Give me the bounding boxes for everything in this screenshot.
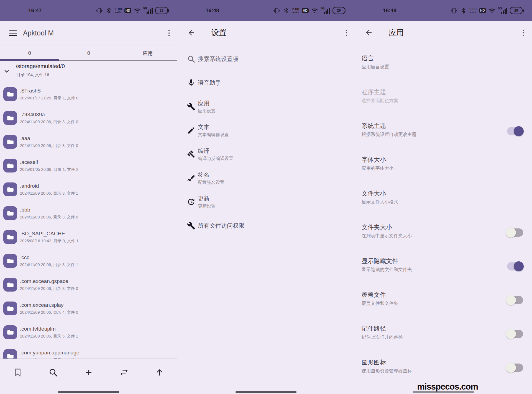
- settings-item[interactable]: 语音助手: [177, 71, 355, 95]
- file-row[interactable]: .ccc2024/11/09 20:06, 目录 3, 文件 1: [0, 249, 177, 273]
- screenshot-canvas: 16:471.00KB/SHD5G29 Apktool M 0 0 应用 /st…: [0, 0, 532, 394]
- file-name: .com.excean.gspace: [20, 278, 78, 285]
- file-meta: 2024/11/09 20:06, 目录 3, 文件 0: [20, 143, 78, 148]
- tab-apps[interactable]: 应用: [118, 45, 177, 61]
- file-row[interactable]: .aaa2024/11/09 20:06, 目录 3, 文件 0: [0, 130, 177, 154]
- app-settings-subtitle: 应用的字体大小: [362, 166, 394, 171]
- file-meta: 2024/11/09 20:06, 目录 3, 文件 0: [20, 286, 78, 291]
- app-settings-item[interactable]: 覆盖文件覆盖文件和文件夹: [355, 284, 532, 317]
- settings-item-subtitle: 更新设置: [198, 204, 216, 209]
- search-icon: [187, 55, 195, 63]
- wrench-icon: [187, 222, 195, 230]
- app-settings-subtitle: 显示隐藏的文件和文件夹: [362, 267, 412, 272]
- menu-icon[interactable]: [9, 30, 17, 36]
- settings-item[interactable]: 编译编译与反编译设置: [177, 142, 355, 166]
- settings-item[interactable]: 更新更新设置: [177, 190, 355, 214]
- vibrate-icon: [273, 7, 280, 14]
- file-row[interactable]: .com.excean.splay2024/11/09 20:06, 目录 4,…: [0, 297, 177, 320]
- app-settings-item[interactable]: 记住路径记住上次打开的路径: [355, 317, 532, 351]
- hd-badge: HD: [124, 8, 131, 13]
- app-settings-title: 显示隐藏文件: [362, 257, 398, 265]
- active-tab-indicator: [0, 59, 59, 61]
- settings-item[interactable]: 签名配置签名设置: [177, 166, 355, 190]
- app-settings-subtitle: 在列表中显示文件夹大小: [362, 233, 412, 239]
- folder-icon: [3, 87, 17, 101]
- bluetooth-icon: [105, 7, 112, 14]
- app-settings-subtitle: 显示文件大小格式: [362, 199, 398, 205]
- app-settings-title: 语言: [362, 55, 374, 62]
- app-settings-title: 文件大小: [362, 190, 386, 197]
- file-meta: 2024/11/09 20:06, 目录 3, 文件 0: [20, 120, 78, 124]
- app-settings-item[interactable]: 圆形图标使用圆形资源管理器图标: [355, 351, 532, 385]
- overflow-menu-icon[interactable]: [523, 30, 525, 36]
- toggle-off[interactable]: [506, 228, 524, 238]
- arrow-up-icon[interactable]: [154, 366, 166, 378]
- toggle-off[interactable]: [506, 295, 524, 305]
- page-title: 设置: [211, 28, 226, 38]
- file-meta: 2025/01/05 20:36, 目录 1, 文件 2: [20, 167, 78, 172]
- file-row[interactable]: .com.excean.gspace2024/11/09 20:06, 目录 3…: [0, 273, 177, 297]
- app-settings-item[interactable]: 字体大小应用的字体大小: [355, 148, 532, 182]
- search-icon[interactable]: [47, 366, 59, 378]
- overflow-menu-icon[interactable]: [168, 30, 170, 36]
- file-row[interactable]: .$Trash$2025/01/17 21:29, 目录 1, 文件 0: [0, 82, 177, 106]
- toggle-off[interactable]: [506, 329, 524, 339]
- app-settings-item[interactable]: 文件夹大小在列表中显示文件夹大小: [355, 216, 532, 250]
- file-name: .com.excean.splay: [20, 302, 78, 308]
- settings-item[interactable]: 所有文件访问权限: [177, 214, 355, 238]
- app-settings-list: 语言应用语言设置程序主题选择界面配色方案系统主题根据系统设置自动更改主题字体大小…: [355, 47, 532, 385]
- signal-5g-icon: 5G: [143, 7, 153, 14]
- folder-icon: [3, 111, 17, 125]
- bookmark-icon[interactable]: [12, 366, 24, 378]
- swap-horiz-icon[interactable]: [118, 366, 130, 378]
- settings-item[interactable]: 应用应用设置: [177, 95, 355, 119]
- vibrate-icon: [96, 7, 103, 14]
- chevron-down-icon[interactable]: [3, 67, 11, 75]
- plus-icon[interactable]: [83, 366, 95, 378]
- app-settings-item: 程序主题选择界面配色方案: [355, 81, 532, 115]
- settings-item[interactable]: 搜索系统设置项: [177, 47, 355, 71]
- folder-icon: [3, 302, 17, 315]
- folder-icon: [3, 278, 17, 292]
- app-settings-item[interactable]: 文件大小显示文件大小格式: [355, 182, 532, 216]
- battery-icon: 29: [332, 7, 346, 14]
- app-settings-item[interactable]: 系统主题根据系统设置自动更改主题: [355, 115, 532, 148]
- file-row[interactable]: .com.fvfdeuplm2024/11/09 20:06, 目录 5, 文件…: [0, 320, 177, 344]
- settings-item-subtitle: 配置签名设置: [198, 180, 224, 185]
- file-meta: 2024/11/09 20:06, 目录 5, 文件 1: [20, 334, 78, 339]
- file-name: .aaa: [20, 135, 78, 142]
- file-row[interactable]: .com.yunpan.appmanage2025/01/30 18:44, 目…: [0, 344, 177, 359]
- app-bar: 应用: [355, 21, 532, 44]
- tab-count-left[interactable]: 0: [0, 45, 59, 61]
- toggle-on[interactable]: [506, 261, 524, 271]
- app-bar: Apktool M: [0, 21, 177, 45]
- path-header[interactable]: /storage/emulated/0 目录 194, 文件 16: [0, 61, 177, 82]
- file-row[interactable]: .aceself2025/01/05 20:36, 目录 1, 文件 2: [0, 154, 177, 177]
- settings-list: 搜索系统设置项语音助手应用应用设置文本文本编辑器设置编译编译与反编译设置签名配置…: [177, 47, 355, 238]
- home-indicator[interactable]: [236, 391, 296, 393]
- toggle-off[interactable]: [506, 363, 524, 373]
- overflow-menu-icon[interactable]: [346, 30, 347, 36]
- app-bar: 设置: [177, 21, 355, 44]
- status-time: 16:47: [28, 7, 42, 14]
- file-name: .com.fvfdeuplm: [20, 326, 78, 332]
- mic-icon: [187, 79, 195, 87]
- file-row[interactable]: .7934039a2024/11/09 20:06, 目录 3, 文件 0: [0, 106, 177, 130]
- settings-item-title: 搜索系统设置项: [198, 55, 239, 63]
- app-settings-item[interactable]: 显示隐藏文件显示隐藏的文件和文件夹: [355, 250, 532, 284]
- file-row[interactable]: .BD_SAPI_CACHE2025/08/16 19:42, 目录 0, 文件…: [0, 225, 177, 249]
- current-path: /storage/emulated/0: [16, 63, 65, 69]
- path-summary: 目录 194, 文件 16: [16, 72, 49, 78]
- folder-icon: [3, 349, 17, 359]
- home-indicator[interactable]: [58, 391, 119, 393]
- file-row[interactable]: .bbb2024/11/09 20:06, 目录 3, 文件 0: [0, 201, 177, 225]
- file-row[interactable]: .android2024/11/09 20:06, 目录 3, 文件 1: [0, 177, 177, 201]
- network-speed: 1.00KB/S: [115, 7, 122, 14]
- tab-count-right[interactable]: 0: [59, 45, 118, 61]
- back-icon[interactable]: [365, 29, 373, 37]
- network-speed: 0.00KB/S: [469, 7, 476, 14]
- app-settings-item[interactable]: 语言应用语言设置: [355, 47, 532, 81]
- back-icon[interactable]: [187, 29, 196, 37]
- settings-item[interactable]: 文本文本编辑器设置: [177, 119, 355, 142]
- toggle-on[interactable]: [506, 126, 524, 136]
